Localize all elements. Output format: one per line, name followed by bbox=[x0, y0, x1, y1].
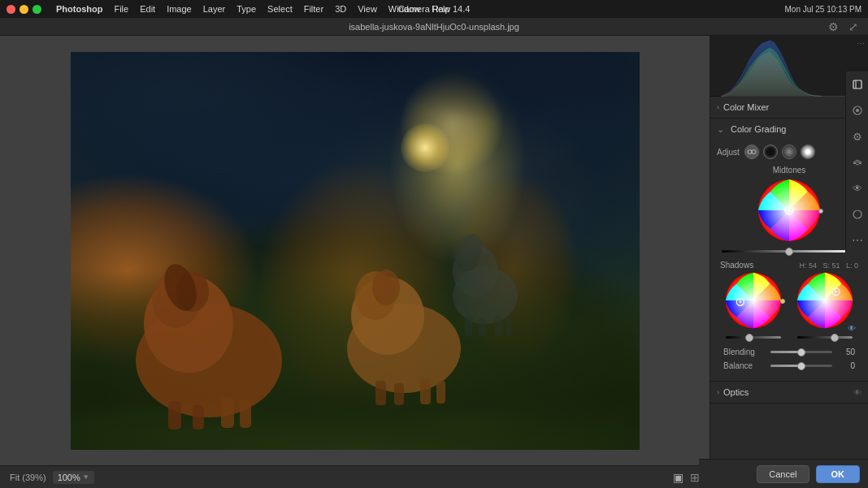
histogram-chart bbox=[721, 36, 857, 97]
file-name: isabella-juskova-9aNltHjuOc0-unsplash.jp… bbox=[349, 22, 519, 32]
svg-rect-14 bbox=[394, 383, 404, 405]
menu-type[interactable]: Type bbox=[237, 4, 256, 14]
status-bar: Fit (39%) 100% ▼ ▣ ⊞ bbox=[0, 465, 710, 488]
svg-point-20 bbox=[463, 234, 483, 260]
shadow-wheel-left-outer bbox=[780, 299, 785, 304]
svg-point-42 bbox=[856, 109, 859, 112]
svg-rect-16 bbox=[436, 381, 445, 404]
toolbar-layers-icon[interactable] bbox=[849, 154, 866, 171]
zoom-dropdown-icon[interactable]: ▼ bbox=[83, 473, 89, 481]
shadow-wheel-left bbox=[720, 271, 787, 339]
bottom-buttons: Cancel OK bbox=[699, 459, 868, 488]
shadow-color-wheel-left[interactable] bbox=[724, 271, 783, 330]
toolbar-circle-icon[interactable] bbox=[849, 206, 866, 222]
histogram-section: ⋯ bbox=[710, 36, 868, 97]
toolbar-edit-icon[interactable] bbox=[849, 76, 866, 93]
svg-point-30 bbox=[788, 209, 791, 212]
two-wheels-row: 👁 bbox=[717, 271, 861, 339]
view-icons: ▣ ⊞ bbox=[673, 471, 700, 484]
midtones-slider-container bbox=[717, 244, 861, 253]
adjust-icons bbox=[744, 145, 815, 159]
close-button[interactable] bbox=[7, 5, 15, 14]
menu-view[interactable]: View bbox=[358, 4, 377, 14]
svg-point-38 bbox=[835, 290, 838, 293]
cancel-button[interactable]: Cancel bbox=[757, 465, 809, 483]
balance-slider[interactable] bbox=[770, 365, 832, 367]
svg-point-25 bbox=[748, 150, 752, 154]
shadows-hsv-values: H: 54 S: 51 L: 0 bbox=[799, 261, 858, 270]
histogram-menu-icon[interactable]: ⋯ bbox=[857, 39, 865, 48]
svg-point-26 bbox=[752, 150, 756, 154]
svg-rect-24 bbox=[506, 318, 511, 336]
svg-rect-23 bbox=[495, 316, 502, 336]
image-area[interactable] bbox=[0, 36, 710, 465]
optics-header[interactable]: › Optics 👁 bbox=[710, 382, 868, 403]
shadows-main-label: Shadows bbox=[720, 261, 799, 270]
blending-slider[interactable] bbox=[770, 351, 832, 353]
menu-file[interactable]: File bbox=[114, 4, 128, 14]
menu-photoshop[interactable]: Photoshop bbox=[56, 4, 102, 14]
optics-arrow: › bbox=[717, 388, 719, 396]
shadow-wheel-right-eye[interactable]: 👁 bbox=[848, 324, 856, 333]
toolbar-eye-icon[interactable]: 👁 bbox=[849, 180, 866, 196]
menu-layer[interactable]: Layer bbox=[203, 4, 226, 14]
menu-3d[interactable]: 3D bbox=[335, 4, 346, 14]
balance-label: Balance bbox=[723, 361, 766, 370]
optics-label: Optics bbox=[723, 387, 749, 397]
shadow-left-luminance-slider[interactable] bbox=[726, 336, 781, 339]
shadow-right-slider-container bbox=[796, 331, 854, 339]
color-grading-section: ⌄ Color Grading 👁 Adjust bbox=[710, 119, 868, 382]
svg-rect-8 bbox=[240, 399, 251, 428]
right-panel: ⋯ › Color Mixer 👁 ⌄ Color Grading 👁 Adju… bbox=[710, 36, 868, 459]
midtones-wheel-outer-dot[interactable] bbox=[818, 209, 823, 214]
midtones-label: Midtones bbox=[717, 166, 861, 175]
blending-value: 50 bbox=[837, 348, 855, 356]
toolbar-gear-icon[interactable]: ⚙ bbox=[849, 128, 866, 145]
title-bar: isabella-juskova-9aNltHjuOc0-unsplash.jp… bbox=[0, 18, 868, 36]
color-mixer-arrow: › bbox=[717, 103, 719, 111]
svg-rect-5 bbox=[168, 401, 181, 430]
adjust-midtone-btn[interactable] bbox=[782, 145, 796, 159]
svg-point-12 bbox=[372, 270, 400, 305]
balance-value: 0 bbox=[837, 361, 855, 370]
adjust-shadow-btn[interactable] bbox=[763, 145, 778, 159]
maximize-button[interactable] bbox=[33, 5, 41, 14]
main-area: Fit (39%) 100% ▼ ▣ ⊞ bbox=[0, 36, 868, 488]
blending-label: Blending bbox=[723, 348, 766, 356]
midtones-color-wheel[interactable] bbox=[757, 178, 822, 243]
menu-select[interactable]: Select bbox=[267, 4, 293, 14]
toolbar-more-icon[interactable]: ⋯ bbox=[849, 232, 866, 248]
adjust-row: Adjust bbox=[717, 145, 861, 159]
toolbar-brush-icon[interactable] bbox=[849, 102, 866, 119]
menu-edit[interactable]: Edit bbox=[140, 4, 155, 14]
svg-point-36 bbox=[797, 273, 853, 328]
right-toolbar: ⚙ 👁 ⋯ bbox=[845, 71, 868, 253]
shadow-right-luminance-slider[interactable] bbox=[797, 336, 853, 339]
optics-icon[interactable]: 👁 bbox=[853, 388, 861, 397]
menu-filter[interactable]: Filter bbox=[304, 4, 323, 14]
svg-rect-6 bbox=[193, 405, 204, 430]
optics-section: › Optics 👁 bbox=[710, 382, 868, 404]
color-grading-header[interactable]: ⌄ Color Grading 👁 bbox=[710, 119, 868, 140]
shadows-header-row: Shadows H: 54 S: 51 L: 0 bbox=[717, 261, 861, 270]
shadow-color-wheel-right[interactable] bbox=[796, 271, 854, 330]
svg-rect-7 bbox=[221, 397, 234, 428]
minimize-button[interactable] bbox=[20, 5, 28, 14]
color-grading-arrow: ⌄ bbox=[717, 124, 724, 135]
svg-rect-21 bbox=[465, 316, 472, 336]
fit-label: Fit (39%) bbox=[10, 473, 46, 482]
midtones-luminance-slider[interactable] bbox=[722, 250, 857, 253]
menu-image[interactable]: Image bbox=[167, 4, 192, 14]
ok-button[interactable]: OK bbox=[816, 465, 861, 483]
settings-icon[interactable]: ⚙ bbox=[828, 20, 839, 33]
expand-icon[interactable]: ⤢ bbox=[848, 20, 858, 33]
adjust-highlight-btn[interactable] bbox=[801, 145, 815, 159]
color-grading-label: Color Grading bbox=[731, 124, 786, 134]
zoom-control[interactable]: 100% ▼ bbox=[53, 471, 94, 484]
adjust-linked-btn[interactable] bbox=[744, 145, 759, 159]
color-mixer-header[interactable]: › Color Mixer 👁 bbox=[710, 97, 868, 118]
menu-bar: Photoshop File Edit Image Layer Type Sel… bbox=[0, 0, 868, 18]
view-single-icon[interactable]: ▣ bbox=[673, 471, 684, 484]
color-mixer-section: › Color Mixer 👁 bbox=[710, 97, 868, 119]
midtones-wheel-section: Midtones bbox=[717, 166, 861, 253]
